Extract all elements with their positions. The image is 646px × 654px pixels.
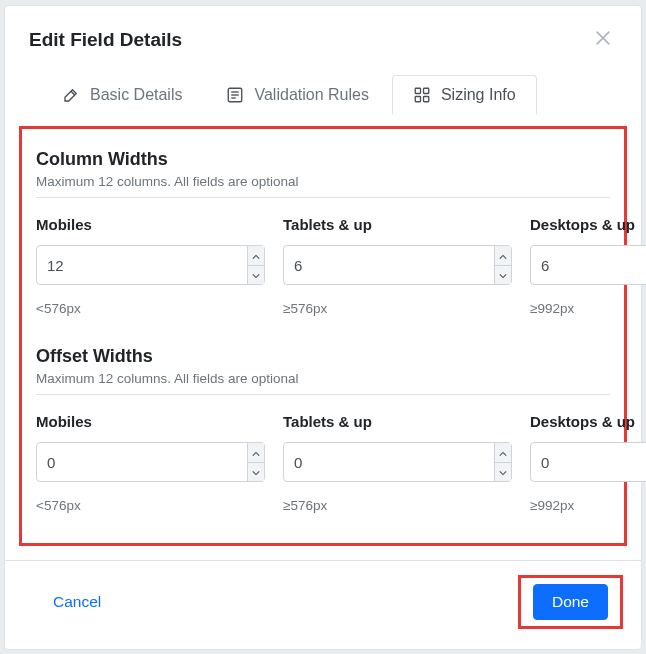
field-hint: <576px	[36, 301, 265, 316]
number-input-wrap	[36, 442, 265, 482]
offset-desktops-input[interactable]	[531, 443, 646, 481]
modal-header: Edit Field Details	[5, 6, 641, 65]
spinner	[247, 246, 264, 284]
spinner-down-button[interactable]	[495, 463, 511, 482]
number-input-wrap	[283, 442, 512, 482]
chevron-up-icon	[499, 248, 507, 263]
field-label: Desktops & up	[530, 413, 646, 430]
column-mobiles-field: Mobiles <576px	[36, 216, 265, 316]
column-mobiles-input[interactable]	[37, 246, 247, 284]
chevron-down-icon	[252, 267, 260, 282]
grid-icon	[413, 86, 431, 104]
field-hint: ≥576px	[283, 498, 512, 513]
spinner-up-button[interactable]	[495, 246, 511, 266]
spinner	[494, 443, 511, 481]
number-input-wrap	[530, 245, 646, 285]
field-hint: ≥992px	[530, 498, 646, 513]
divider	[36, 197, 610, 198]
section-help: Maximum 12 columns. All fields are optio…	[36, 371, 610, 386]
spinner-up-button[interactable]	[248, 443, 264, 463]
tabs: Basic Details Validation Rules	[5, 65, 641, 116]
spinner-up-button[interactable]	[495, 443, 511, 463]
offset-tablets-input[interactable]	[284, 443, 494, 481]
field-hint: ≥992px	[530, 301, 646, 316]
field-label: Tablets & up	[283, 413, 512, 430]
field-label: Tablets & up	[283, 216, 512, 233]
spinner-up-button[interactable]	[248, 246, 264, 266]
spinner-down-button[interactable]	[495, 266, 511, 285]
number-input-wrap	[530, 442, 646, 482]
offset-widths-section: Offset Widths Maximum 12 columns. All fi…	[36, 346, 610, 513]
spinner-down-button[interactable]	[248, 266, 264, 285]
chevron-down-icon	[499, 464, 507, 479]
column-widths-row: Mobiles <576px Tablets & up	[36, 216, 610, 316]
field-label: Mobiles	[36, 216, 265, 233]
tab-validation-rules[interactable]: Validation Rules	[205, 75, 389, 115]
section-title: Column Widths	[36, 149, 610, 170]
number-input-wrap	[283, 245, 512, 285]
spinner-down-button[interactable]	[248, 463, 264, 482]
tab-label: Validation Rules	[254, 86, 368, 104]
column-desktops-input[interactable]	[531, 246, 646, 284]
divider	[36, 394, 610, 395]
chevron-up-icon	[252, 445, 260, 460]
tab-content: Column Widths Maximum 12 columns. All fi…	[5, 116, 641, 560]
number-input-wrap	[36, 245, 265, 285]
offset-tablets-field: Tablets & up ≥576px	[283, 413, 512, 513]
column-widths-section: Column Widths Maximum 12 columns. All fi…	[36, 149, 610, 316]
close-icon	[593, 28, 613, 51]
edit-field-modal: Edit Field Details Basic Details	[4, 5, 642, 650]
offset-widths-row: Mobiles <576px Tablets & up	[36, 413, 610, 513]
done-highlight: Done	[518, 575, 623, 629]
chevron-down-icon	[499, 267, 507, 282]
chevron-down-icon	[252, 464, 260, 479]
section-help: Maximum 12 columns. All fields are optio…	[36, 174, 610, 189]
modal-title: Edit Field Details	[29, 29, 182, 51]
field-hint: <576px	[36, 498, 265, 513]
svg-rect-6	[415, 88, 420, 93]
spinner	[247, 443, 264, 481]
modal-footer: Cancel Done	[5, 560, 641, 649]
offset-mobiles-input[interactable]	[37, 443, 247, 481]
tab-label: Sizing Info	[441, 86, 516, 104]
sizing-highlight: Column Widths Maximum 12 columns. All fi…	[19, 126, 627, 546]
svg-rect-8	[415, 97, 420, 102]
tab-label: Basic Details	[90, 86, 182, 104]
svg-rect-7	[423, 88, 428, 93]
tab-basic-details[interactable]: Basic Details	[41, 75, 203, 115]
offset-mobiles-field: Mobiles <576px	[36, 413, 265, 513]
column-tablets-input[interactable]	[284, 246, 494, 284]
column-tablets-field: Tablets & up ≥576px	[283, 216, 512, 316]
column-desktops-field: Desktops & up ≥992px	[530, 216, 646, 316]
tab-sizing-info[interactable]: Sizing Info	[392, 75, 537, 115]
done-button[interactable]: Done	[533, 584, 608, 620]
field-label: Desktops & up	[530, 216, 646, 233]
list-check-icon	[226, 86, 244, 104]
svg-rect-9	[423, 97, 428, 102]
chevron-up-icon	[252, 248, 260, 263]
pencil-square-icon	[62, 86, 80, 104]
offset-desktops-field: Desktops & up ≥992px	[530, 413, 646, 513]
field-hint: ≥576px	[283, 301, 512, 316]
field-label: Mobiles	[36, 413, 265, 430]
section-title: Offset Widths	[36, 346, 610, 367]
chevron-up-icon	[499, 445, 507, 460]
close-button[interactable]	[589, 24, 617, 55]
spinner	[494, 246, 511, 284]
cancel-button[interactable]: Cancel	[23, 585, 131, 619]
